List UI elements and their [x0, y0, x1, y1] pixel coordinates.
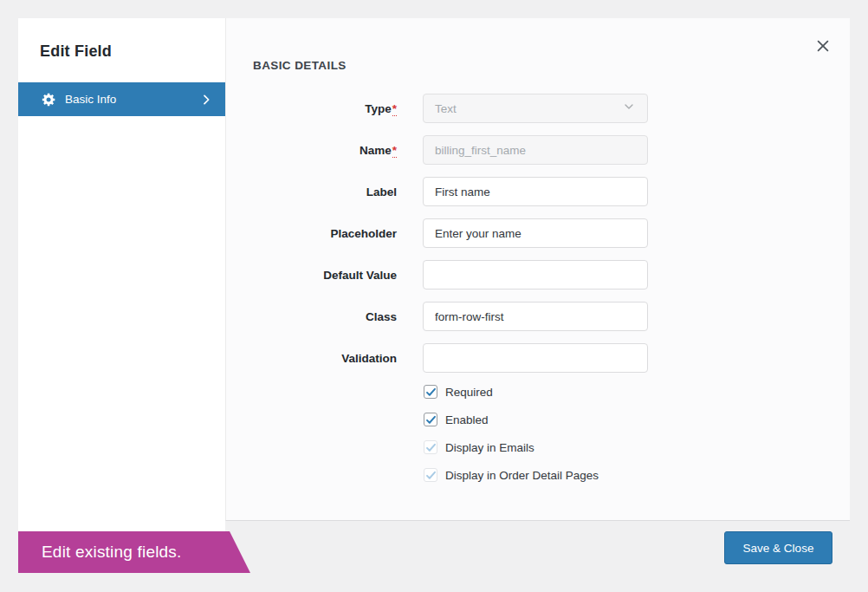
enabled-checkbox[interactable]: [424, 413, 437, 426]
field-form: Type* Text Name* Label: [226, 94, 850, 496]
form-row-name: Name*: [226, 135, 850, 165]
sidebar-item-label: Basic Info: [65, 93, 199, 106]
display-in-emails-checkbox: [424, 440, 437, 454]
type-select: Text: [423, 94, 648, 123]
form-row-placeholder: Placeholder: [226, 218, 850, 248]
form-row-type: Type* Text: [226, 94, 850, 123]
sidebar-title: Edit Field: [40, 42, 225, 61]
gear-icon: [42, 92, 56, 107]
required-asterisk: *: [392, 102, 397, 116]
basic-details-panel: BASIC DETAILS Type* Text: [225, 18, 850, 521]
form-row-class: Class: [226, 302, 850, 331]
chevron-down-icon: [622, 100, 636, 117]
chevron-right-icon: [199, 93, 213, 107]
validation-input[interactable]: [423, 343, 648, 373]
edit-field-sidebar: Edit Field Basic Info: [18, 18, 225, 531]
form-row-validation: Validation: [226, 343, 850, 373]
display-in-order-detail-pages-checkbox: [424, 468, 437, 482]
checkbox-row-display-in-order-detail-pages: Display in Order Detail Pages: [424, 468, 850, 482]
name-input: [423, 135, 648, 165]
default-value-label: Default Value: [226, 269, 397, 282]
checkbox-label: Display in Emails: [445, 441, 534, 454]
edit-existing-fields-banner: Edit existing fields.: [18, 531, 250, 573]
check-icon: [425, 414, 437, 426]
check-icon: [425, 442, 437, 453]
banner-text: Edit existing fields.: [42, 543, 182, 562]
close-icon[interactable]: [813, 36, 832, 55]
panel-title: BASIC DETAILS: [253, 59, 347, 72]
class-input[interactable]: [423, 302, 648, 331]
class-label: Class: [226, 310, 397, 323]
form-row-default-value: Default Value: [226, 260, 850, 289]
placeholder-input[interactable]: [423, 218, 648, 248]
validation-label: Validation: [226, 352, 397, 365]
form-row-label: Label: [226, 177, 850, 206]
checkbox-row-enabled: Enabled: [424, 413, 850, 426]
save-and-close-button[interactable]: Save & Close: [724, 531, 832, 564]
checkbox-row-display-in-emails: Display in Emails: [424, 440, 850, 454]
checkbox-group: Required Enabled Display in Emails: [424, 385, 850, 482]
sidebar-item-basic-info[interactable]: Basic Info: [18, 82, 225, 116]
required-checkbox[interactable]: [424, 385, 437, 399]
label-label: Label: [226, 185, 397, 198]
checkbox-label: Required: [445, 386, 493, 399]
type-select-value: Text: [435, 102, 457, 115]
default-value-input[interactable]: [423, 260, 648, 289]
check-icon: [425, 387, 437, 398]
required-asterisk: *: [392, 144, 397, 158]
check-icon: [425, 470, 437, 481]
checkbox-row-required: Required: [424, 385, 850, 399]
name-label: Name*: [226, 144, 397, 157]
label-input[interactable]: [423, 177, 648, 206]
checkbox-label: Enabled: [445, 413, 489, 426]
placeholder-label: Placeholder: [226, 227, 397, 240]
type-label: Type*: [226, 102, 397, 115]
checkbox-label: Display in Order Detail Pages: [445, 469, 599, 482]
